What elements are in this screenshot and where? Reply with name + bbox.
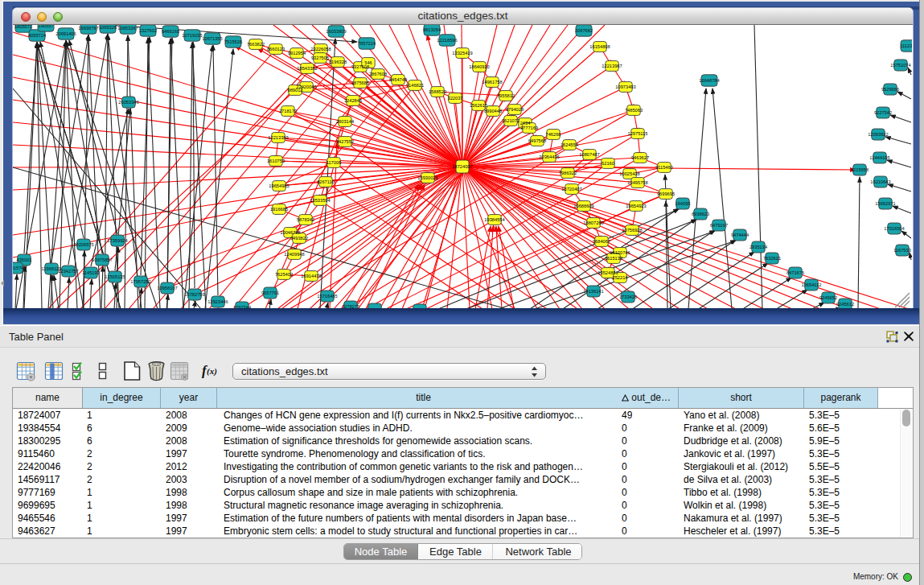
svg-text:6497568: 6497568: [528, 138, 546, 143]
svg-text:2867608: 2867608: [369, 72, 387, 76]
svg-text:14136141: 14136141: [583, 289, 603, 294]
svg-text:2087682: 2087682: [575, 28, 593, 33]
svg-text:(x): (x): [207, 366, 217, 377]
svg-text:1610753: 1610753: [267, 159, 285, 163]
svg-text:7986322: 7986322: [559, 171, 577, 175]
svg-text:18807269: 18807269: [583, 220, 603, 225]
svg-text:9146821: 9146821: [406, 83, 424, 88]
svg-text:18724007: 18724007: [452, 164, 472, 169]
svg-text:8660123: 8660123: [267, 47, 285, 51]
svg-text:19938797: 19938797: [78, 26, 98, 31]
svg-text:9684067: 9684067: [593, 239, 610, 244]
svg-text:3242845: 3242845: [344, 98, 362, 103]
svg-text:13533594: 13533594: [310, 198, 330, 203]
svg-text:8938923: 8938923: [692, 212, 709, 216]
svg-text:26053346: 26053346: [118, 100, 138, 105]
svg-text:10653267: 10653267: [117, 26, 138, 31]
svg-text:16914479: 16914479: [301, 274, 321, 278]
svg-text:19384554: 19384554: [484, 217, 504, 222]
svg-text:10671355: 10671355: [202, 36, 222, 41]
svg-text:19654923: 19654923: [626, 204, 646, 208]
svg-text:16033809: 16033809: [326, 29, 346, 34]
svg-text:16648784: 16648784: [699, 78, 719, 83]
svg-text:1621072: 1621072: [502, 118, 519, 123]
svg-text:1562615: 1562615: [470, 103, 487, 108]
svg-text:12444195: 12444195: [869, 155, 889, 160]
svg-text:18640910: 18640910: [469, 64, 489, 69]
svg-text:15716485: 15716485: [317, 294, 337, 299]
svg-text:8471676: 8471676: [786, 270, 804, 275]
svg-text:2718170: 2718170: [279, 109, 297, 113]
svg-text:252214: 252214: [613, 275, 628, 280]
svg-text:20691406: 20691406: [55, 31, 76, 36]
svg-text:1733426: 1733426: [619, 295, 637, 299]
svg-text:1805572: 1805572: [14, 25, 32, 29]
svg-text:9463627: 9463627: [631, 155, 649, 160]
svg-text:13325419: 13325419: [452, 51, 472, 56]
svg-text:18543382: 18543382: [297, 66, 317, 71]
svg-text:9699695: 9699695: [657, 192, 675, 196]
svg-text:7663822: 7663822: [247, 42, 265, 47]
svg-text:2803144: 2803144: [336, 119, 354, 124]
svg-text:9227342: 9227342: [874, 110, 892, 115]
svg-text:12342757: 12342757: [58, 269, 78, 274]
svg-text:6794028: 6794028: [506, 107, 524, 112]
svg-text:1624554: 1624554: [561, 142, 578, 147]
svg-text:20364436: 20364436: [539, 154, 559, 159]
svg-text:3493822: 3493822: [290, 236, 308, 241]
svg-text:12409948: 12409948: [284, 252, 304, 257]
svg-text:117006: 117006: [326, 160, 342, 165]
svg-text:7955812: 7955812: [497, 93, 515, 98]
svg-text:15692971: 15692971: [875, 201, 895, 206]
svg-text:9657791: 9657791: [261, 290, 279, 295]
svg-text:16210643: 16210643: [870, 179, 890, 184]
svg-text:4055724: 4055724: [28, 33, 46, 38]
svg-text:8267110: 8267110: [317, 179, 335, 184]
svg-text:15751074: 15751074: [890, 63, 910, 68]
svg-text:7632621: 7632621: [763, 256, 781, 261]
svg-text:989012: 989012: [288, 88, 303, 93]
svg-text:62160: 62160: [602, 161, 614, 166]
svg-text:10958107: 10958107: [157, 286, 177, 290]
svg-text:10756928: 10756928: [622, 228, 642, 233]
svg-text:12093822: 12093822: [868, 132, 888, 137]
svg-text:746266: 746266: [546, 132, 561, 137]
svg-text:7515526: 7515526: [224, 39, 242, 44]
svg-text:8990448: 8990448: [484, 109, 502, 113]
svg-text:1065326: 1065326: [99, 25, 117, 30]
svg-text:9777169: 9777169: [520, 126, 538, 130]
svg-text:1112345: 1112345: [900, 43, 912, 48]
svg-text:10046788: 10046788: [280, 230, 300, 235]
svg-text:1588520: 1588520: [429, 89, 446, 94]
svg-text:1145193: 1145193: [82, 270, 100, 275]
svg-text:16154808: 16154808: [589, 44, 610, 49]
svg-text:12218596: 12218596: [437, 38, 457, 43]
svg-text:16120746: 16120746: [610, 250, 630, 255]
svg-text:8454749: 8454749: [389, 77, 407, 82]
svg-text:10719155: 10719155: [182, 33, 202, 38]
svg-text:322037: 322037: [448, 96, 463, 101]
svg-text:12923446: 12923446: [207, 299, 228, 304]
svg-text:164095: 164095: [676, 201, 691, 206]
svg-text:12975115: 12975115: [628, 131, 648, 136]
svg-text:391574: 391574: [13, 266, 23, 270]
svg-text:10654112: 10654112: [802, 282, 822, 287]
svg-text:12213383: 12213383: [268, 135, 288, 140]
svg-text:12213967: 12213967: [602, 64, 622, 68]
svg-text:15720407: 15720407: [561, 187, 581, 192]
svg-text:8196328: 8196328: [329, 60, 347, 64]
svg-text:9245612: 9245612: [836, 302, 854, 307]
svg-text:9327505: 9327505: [311, 56, 329, 60]
svg-text:6466160: 6466160: [162, 29, 179, 34]
svg-text:14961758: 14961758: [482, 80, 502, 84]
svg-text:12505135: 12505135: [105, 274, 125, 279]
svg-text:9912954: 9912954: [288, 51, 306, 56]
svg-text:19654985: 19654985: [269, 183, 289, 188]
svg-text:10973493: 10973493: [615, 84, 635, 89]
svg-text:8813054: 8813054: [423, 27, 441, 32]
svg-text:10807487: 10807487: [579, 152, 599, 157]
svg-text:15930021: 15930021: [417, 175, 437, 180]
svg-text:93975857: 93975857: [92, 257, 112, 262]
svg-text:7625402: 7625402: [275, 272, 293, 277]
svg-text:9474444: 9474444: [731, 233, 749, 237]
